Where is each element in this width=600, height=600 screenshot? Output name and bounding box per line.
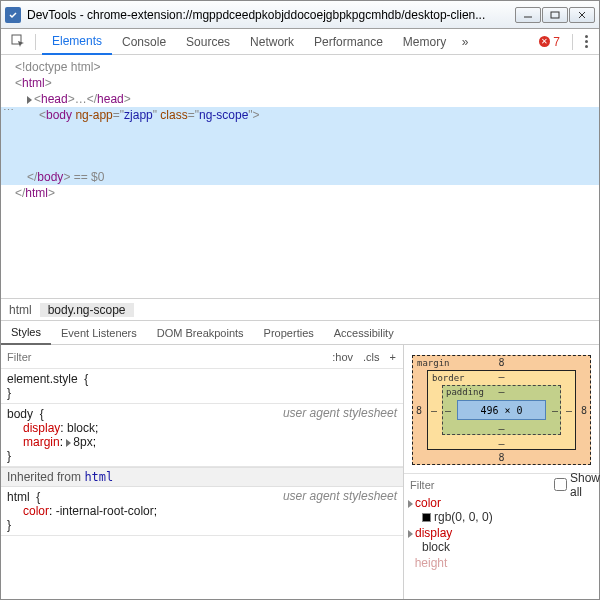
computed-filter-input[interactable] (410, 479, 548, 491)
devtools-app-icon (5, 7, 21, 23)
inherited-from-link[interactable]: html (84, 470, 113, 484)
elements-tree[interactable]: <!doctype html> <html> <head>…</head> ⋯ … (1, 55, 599, 298)
selected-marker-icon: ⋯ (3, 104, 14, 117)
cls-toggle[interactable]: .cls (358, 351, 385, 363)
ua-stylesheet-label: user agent stylesheet (283, 406, 397, 420)
computed-row[interactable]: color rgb(0, 0, 0) (404, 495, 599, 525)
styles-filter-bar: :hov .cls + (1, 345, 403, 369)
titlebar: DevTools - chrome-extension://mgppdceedp… (1, 1, 599, 29)
tab-sources[interactable]: Sources (176, 29, 240, 55)
lower-pane: :hov .cls + element.style { } user agent… (1, 345, 599, 599)
panel-tabs: Elements Console Sources Network Perform… (42, 29, 531, 55)
styles-filter-input[interactable] (7, 351, 327, 363)
expand-icon[interactable] (27, 96, 32, 104)
ua-stylesheet-label: user agent stylesheet (283, 489, 397, 503)
new-rule-button[interactable]: + (385, 351, 401, 363)
subtab-dom-breakpoints[interactable]: DOM Breakpoints (147, 320, 254, 345)
computed-filter-bar: Show all (404, 473, 599, 495)
subtab-event-listeners[interactable]: Event Listeners (51, 320, 147, 345)
breadcrumb-body[interactable]: body.ng-scope (40, 303, 134, 317)
expand-icon[interactable] (408, 500, 413, 508)
color-swatch-icon[interactable] (422, 513, 431, 522)
error-icon: ✕ (539, 36, 550, 47)
devtools-toolbar: Elements Console Sources Network Perform… (1, 29, 599, 55)
styles-pane: :hov .cls + element.style { } user agent… (1, 345, 404, 599)
dom-doctype[interactable]: <!doctype html> (1, 59, 599, 75)
tab-performance[interactable]: Performance (304, 29, 393, 55)
metrics-pane: margin 8 8 8 8 border – – – – padding – (404, 345, 599, 599)
rule-element-style[interactable]: element.style { } (1, 369, 403, 404)
minimize-button[interactable] (515, 7, 541, 23)
breadcrumb-html[interactable]: html (1, 303, 40, 317)
separator (35, 34, 36, 50)
window-controls (515, 7, 595, 23)
dom-head[interactable]: <head>…</head> (1, 91, 599, 107)
svg-rect-2 (551, 12, 559, 18)
error-count-badge[interactable]: ✕ 7 (533, 35, 566, 49)
dom-html-open[interactable]: <html> (1, 75, 599, 91)
error-count: 7 (553, 35, 560, 49)
tab-elements[interactable]: Elements (42, 29, 112, 55)
close-button[interactable] (569, 7, 595, 23)
dom-html-close[interactable]: </html> (1, 185, 599, 201)
inspect-element-icon[interactable] (7, 31, 29, 53)
window-title: DevTools - chrome-extension://mgppdceedp… (27, 8, 515, 22)
separator (572, 34, 573, 50)
computed-row[interactable]: display block (404, 525, 599, 555)
rule-body[interactable]: user agent stylesheet body { display: bl… (1, 404, 403, 467)
more-tabs-icon[interactable]: » (456, 29, 474, 55)
box-model-content: 496 × 0 (457, 400, 546, 420)
devtools-window: DevTools - chrome-extension://mgppdceedp… (0, 0, 600, 600)
sidebar-tabs: Styles Event Listeners DOM Breakpoints P… (1, 320, 599, 345)
hov-toggle[interactable]: :hov (327, 351, 358, 363)
inherited-header: Inherited from html (1, 467, 403, 487)
dom-body-selected[interactable]: ⋯ <body ng-app="zjapp" class="ng-scope">… (1, 107, 599, 185)
computed-properties[interactable]: color rgb(0, 0, 0) display block height (404, 495, 599, 599)
settings-kebab-icon[interactable] (579, 35, 593, 48)
subtab-properties[interactable]: Properties (254, 320, 324, 345)
breadcrumb: html body.ng-scope (1, 298, 599, 320)
computed-row[interactable]: height (404, 555, 599, 571)
tab-console[interactable]: Console (112, 29, 176, 55)
box-model[interactable]: margin 8 8 8 8 border – – – – padding – (404, 345, 599, 473)
subtab-styles[interactable]: Styles (1, 320, 51, 345)
maximize-button[interactable] (542, 7, 568, 23)
subtab-accessibility[interactable]: Accessibility (324, 320, 404, 345)
rule-html[interactable]: user agent stylesheet html { color: -int… (1, 487, 403, 536)
tab-network[interactable]: Network (240, 29, 304, 55)
tab-memory[interactable]: Memory (393, 29, 456, 55)
expand-icon[interactable] (408, 530, 413, 538)
expand-shorthand-icon[interactable] (66, 439, 71, 447)
